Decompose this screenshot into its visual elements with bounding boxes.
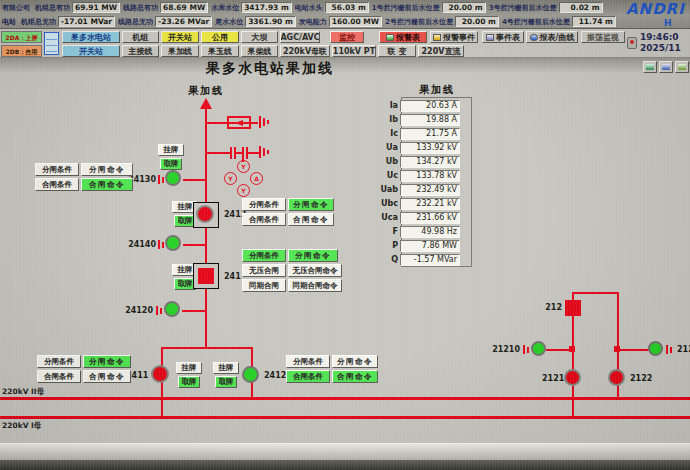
disconnector-21220[interactable] — [648, 341, 663, 356]
submenu-switchyard[interactable]: 开关站 — [62, 45, 120, 57]
open-condition-button-2412[interactable]: 分闸条件 — [286, 355, 330, 368]
submenu-220kv-bus-tie-label: 220kV母联 — [283, 46, 327, 57]
line — [572, 292, 619, 294]
open-condition-button-2411[interactable]: 分闸条件 — [37, 355, 81, 368]
menu-switchyard[interactable]: 开关站 — [161, 31, 199, 43]
earth-icon — [156, 306, 164, 315]
device-label-2122: 2122 — [630, 374, 652, 383]
menu-alarm-table-label: 报警表 — [396, 32, 420, 43]
disconnector-2122[interactable] — [608, 369, 625, 386]
toolbar-icon-3[interactable] — [675, 61, 689, 73]
submenu-220v-dc[interactable]: 220V直流 — [418, 45, 464, 57]
device-label-2412: 2412 — [264, 371, 286, 380]
breaker-241[interactable] — [198, 268, 214, 284]
toolbar-icon-2[interactable] — [659, 61, 673, 73]
pt-winding-icon: Y — [237, 160, 250, 173]
feeder-label: 果加线 — [174, 84, 238, 98]
value-tailwater-level: 3361.90 m — [245, 16, 296, 27]
measurement-value-uab: 232.49 kV — [400, 184, 460, 196]
menu-event-list[interactable]: 事件表 — [482, 31, 524, 43]
monitor-bezel — [0, 443, 690, 461]
open-command-button-241[interactable]: 分闸命令 — [288, 249, 338, 262]
menu-event-list-label: 事件表 — [496, 32, 520, 43]
wave-trap-icon — [227, 116, 251, 129]
tag-hang-button-2412[interactable]: 挂牌 — [213, 362, 239, 374]
disconnector-24120[interactable] — [164, 301, 180, 317]
line — [206, 152, 230, 154]
toolbar-icon-1[interactable] — [643, 61, 657, 73]
measurement-row: Ua133.92 kV — [372, 141, 472, 154]
submenu-110kv-pt[interactable]: 110kV PT — [332, 45, 376, 57]
menu-alarm-table[interactable]: 报警表 — [379, 31, 427, 43]
disconnector-2412[interactable] — [242, 366, 259, 383]
earth-icon — [666, 345, 674, 354]
sync-close-button-241[interactable]: 同期合闸 — [242, 279, 286, 292]
menu-reports-curves[interactable]: 报表/曲线 — [526, 31, 578, 43]
tag-take-button-2412[interactable]: 取牌 — [215, 376, 237, 388]
measurement-value-ia: 20.63 A — [400, 100, 460, 112]
submenu-main-wiring[interactable]: 主接线 — [122, 45, 159, 57]
measurement-row: Q-1.57 MVar — [372, 253, 472, 266]
close-command-button-2411[interactable]: 合闸命令 — [83, 370, 131, 383]
field-total-reactive-power: 机组总无功-17.01 MVar — [21, 16, 115, 27]
value-generation-capacity: 160.00 MW — [329, 16, 382, 27]
disconnector-24140[interactable] — [165, 235, 181, 251]
menu-monitor[interactable]: 监控 — [330, 31, 364, 43]
breaker-2413[interactable] — [196, 205, 214, 223]
breaker-212[interactable] — [565, 300, 581, 316]
submenu-guojia-line-label: 果加线 — [168, 46, 192, 57]
submenu-station-transformer[interactable]: 联 变 — [378, 45, 416, 57]
open-command-button-24130[interactable]: 分闸命令 — [81, 163, 133, 176]
close-condition-button-2413[interactable]: 合闸条件 — [242, 213, 286, 226]
bus-220kv-1 — [0, 416, 690, 419]
open-condition-button-24130[interactable]: 分闸条件 — [35, 163, 79, 176]
menu-units[interactable]: 机组 — [122, 31, 159, 43]
submenu-guochai-line[interactable]: 果柴线 — [241, 45, 278, 57]
menu-bar: 2DA：上屏 2DB：自用 果多水电站 机组 开关站 公用 大坝 AGC/AVC… — [0, 30, 690, 58]
submenu-guoyu-line[interactable]: 果玉线 — [201, 45, 239, 57]
tag-take-button-2411[interactable]: 取牌 — [178, 376, 200, 388]
sync-close-command-button-241[interactable]: 同期合闸命令 — [288, 279, 342, 292]
menu-common[interactable]: 公用 — [201, 31, 239, 43]
tag-hang-button-2411[interactable]: 挂牌 — [176, 362, 202, 374]
light-word-badge-2da[interactable]: 2DA：上屏 — [1, 31, 42, 43]
disconnector-21210[interactable] — [531, 341, 546, 356]
bus-220kv-2 — [0, 397, 690, 400]
overview-navigator-icon[interactable] — [44, 32, 59, 55]
measurement-row: P7.86 MW — [372, 239, 472, 252]
tag-hang-button-24130[interactable]: 挂牌 — [158, 144, 184, 156]
company-name-fragment: 有限公司 — [2, 3, 30, 13]
close-condition-button-2411[interactable]: 合闸条件 — [37, 370, 81, 383]
device-label-2121: 2121 — [542, 374, 562, 383]
disconnector-2411[interactable] — [151, 365, 169, 383]
novolt-close-command-button-241[interactable]: 无压合闸命令 — [288, 264, 342, 277]
close-command-button-2412[interactable]: 合闸命令 — [332, 370, 378, 383]
novolt-close-button-241[interactable]: 无压合闸 — [242, 264, 286, 277]
open-command-button-2412[interactable]: 分闸命令 — [332, 355, 378, 368]
close-command-button-2413[interactable]: 合闸命令 — [288, 213, 334, 226]
close-condition-button-2412[interactable]: 合闸条件 — [286, 370, 330, 383]
open-condition-button-241[interactable]: 分闸条件 — [242, 249, 286, 262]
open-command-button-2411[interactable]: 分闸命令 — [83, 355, 131, 368]
menu-agc-avc[interactable]: AGC/AVC — [280, 31, 320, 43]
tag-take-button-24130[interactable]: 取牌 — [160, 158, 182, 170]
clock-date: 2025/11 — [640, 43, 689, 54]
submenu-switchyard-label: 开关站 — [79, 46, 103, 57]
menu-dam[interactable]: 大坝 — [241, 31, 278, 43]
menu-guoduo-station[interactable]: 果多水电站 — [62, 31, 120, 43]
measurement-value-q: -1.57 MVar — [400, 254, 460, 266]
field-trashrack3-diff: 3号拦污栅前后水位差0.02 m — [489, 2, 603, 13]
menu-alarm-events[interactable]: 报警事件 — [430, 31, 478, 43]
light-word-badge-2db[interactable]: 2DB：自用 — [1, 45, 42, 57]
value-total-reactive-power: -17.01 MVar — [58, 16, 115, 27]
close-command-button-24130[interactable]: 合闸命令 — [81, 178, 133, 191]
submenu-guojia-line[interactable]: 果加线 — [161, 45, 199, 57]
open-condition-button-2413[interactable]: 分闸条件 — [242, 198, 286, 211]
value-line-reactive-power: -23.26 MVar — [155, 16, 212, 27]
submenu-220kv-bus-tie[interactable]: 220kV母联 — [280, 45, 330, 57]
menu-vibration-monitor[interactable]: 振荡监视 — [581, 31, 625, 43]
open-command-button-2413[interactable]: 分闸命令 — [288, 198, 334, 211]
disconnector-24130[interactable] — [165, 170, 181, 186]
close-condition-button-24130[interactable]: 合闸条件 — [35, 178, 79, 191]
disconnector-2121[interactable] — [564, 369, 581, 386]
